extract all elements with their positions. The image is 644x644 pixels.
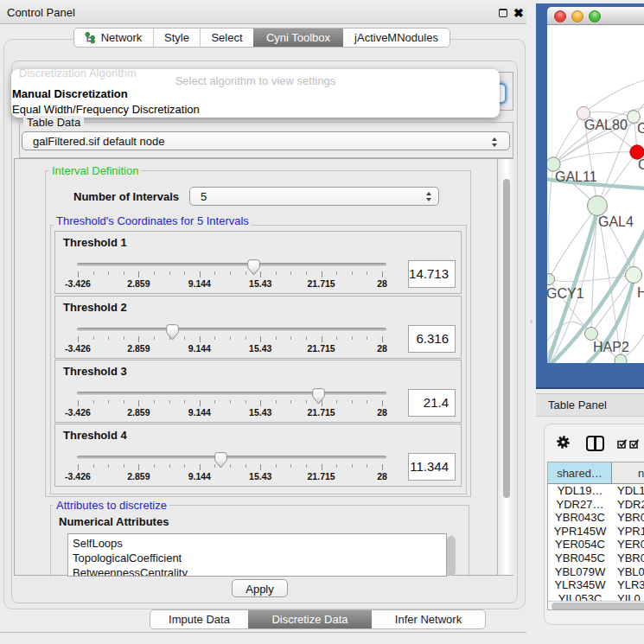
svg-text:HI: HI bbox=[637, 285, 644, 300]
svg-text:HAP2: HAP2 bbox=[593, 340, 629, 354]
svg-text:GAL4: GAL4 bbox=[598, 214, 634, 229]
svg-text:GA: GA bbox=[637, 121, 644, 136]
svg-text:GAL80: GAL80 bbox=[584, 118, 628, 132]
svg-text:GAL11: GAL11 bbox=[555, 169, 597, 184]
svg-text:CY: CY bbox=[638, 157, 644, 172]
svg-text:GCY1: GCY1 bbox=[547, 286, 584, 301]
